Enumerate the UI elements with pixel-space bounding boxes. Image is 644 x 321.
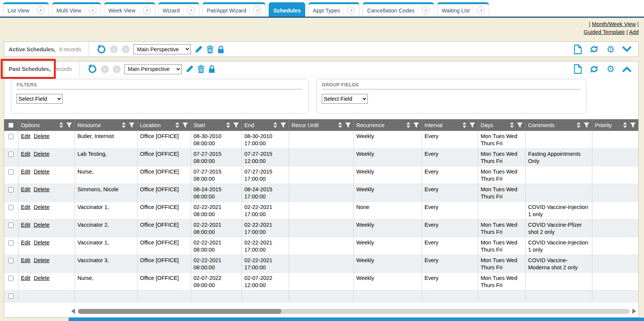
- delete-link[interactable]: Delete: [34, 257, 50, 263]
- lock-icon[interactable]: [217, 45, 224, 54]
- new-document-icon[interactable]: [574, 64, 582, 74]
- column-header-interval[interactable]: Interval: [422, 119, 478, 131]
- delete-link[interactable]: Delete: [34, 169, 50, 175]
- column-header-recur-until[interactable]: Recur Until: [289, 119, 353, 131]
- month-week-view-link[interactable]: Month/Week View: [592, 21, 636, 27]
- delete-link[interactable]: Delete: [34, 151, 50, 157]
- tab-wizard[interactable]: Wizard↗: [158, 2, 199, 17]
- collapse-chevron-up-icon[interactable]: [622, 66, 632, 72]
- delete-perspective-icon[interactable]: [207, 45, 214, 54]
- column-header-comments[interactable]: Comments: [525, 119, 592, 131]
- sort-icon[interactable]: [273, 122, 277, 128]
- column-header-priority[interactable]: Priority: [592, 119, 638, 131]
- delete-link[interactable]: Delete: [34, 275, 50, 281]
- sort-icon[interactable]: [510, 122, 514, 128]
- filter-funnel-icon[interactable]: [630, 123, 636, 128]
- filter-funnel-icon[interactable]: [233, 123, 239, 128]
- filter-funnel-icon[interactable]: [66, 123, 72, 128]
- select-all-checkbox[interactable]: [8, 123, 14, 128]
- sort-icon[interactable]: [338, 122, 342, 128]
- add-link[interactable]: Add: [629, 29, 639, 35]
- row-checkbox[interactable]: [8, 240, 14, 246]
- tab-week-view[interactable]: Week View↗: [104, 2, 155, 17]
- sort-icon[interactable]: [175, 122, 179, 128]
- refresh-icon[interactable]: [589, 65, 599, 74]
- edit-perspective-icon[interactable]: [194, 45, 203, 54]
- edit-link[interactable]: Edit: [21, 275, 31, 281]
- group-fields-select-field[interactable]: Select Field: [322, 94, 368, 104]
- forward-icon[interactable]: ›: [113, 65, 121, 73]
- column-header-resource[interactable]: Resource: [75, 119, 137, 131]
- select-all-header[interactable]: [4, 119, 18, 131]
- tab-appt-types[interactable]: Appt Types↗: [308, 2, 359, 17]
- external-link-icon[interactable]: ↗: [477, 6, 485, 14]
- external-link-icon[interactable]: ↗: [253, 6, 261, 14]
- tab-schedules[interactable]: Schedules: [269, 2, 305, 17]
- column-header-location[interactable]: Location: [137, 119, 191, 131]
- refresh-icon[interactable]: [589, 45, 599, 54]
- edit-link[interactable]: Edit: [21, 186, 31, 192]
- undo-icon[interactable]: [87, 64, 97, 74]
- sort-icon[interactable]: [122, 122, 126, 128]
- perspective-select[interactable]: Main Perspective: [124, 64, 182, 74]
- delete-link[interactable]: Delete: [34, 240, 50, 246]
- scrollbar-track[interactable]: [78, 309, 630, 314]
- filter-funnel-icon[interactable]: [182, 123, 188, 128]
- delete-link[interactable]: Delete: [34, 186, 50, 192]
- settings-gear-icon[interactable]: ⚙: [606, 45, 615, 54]
- filter-funnel-icon[interactable]: [517, 123, 523, 128]
- row-checkbox[interactable]: [8, 276, 14, 281]
- sort-icon[interactable]: [623, 122, 627, 128]
- edit-link[interactable]: Edit: [21, 204, 31, 210]
- edit-link[interactable]: Edit: [21, 133, 31, 139]
- edit-link[interactable]: Edit: [21, 240, 31, 246]
- filter-funnel-icon[interactable]: [413, 123, 419, 128]
- tab-pat-appt-wizard[interactable]: Pat/Appt Wizard↗: [202, 2, 266, 17]
- column-header-options[interactable]: Options: [18, 119, 75, 131]
- filters-select-field[interactable]: Select Field: [17, 94, 63, 104]
- sort-icon[interactable]: [577, 122, 581, 128]
- delete-link[interactable]: Delete: [34, 204, 50, 210]
- tab-multi-view[interactable]: Multi View↗: [52, 2, 101, 17]
- tab-waiting-list[interactable]: Waiting List↗: [437, 2, 489, 17]
- settings-gear-icon[interactable]: ⚙: [606, 65, 615, 74]
- sort-icon[interactable]: [59, 122, 63, 128]
- external-link-icon[interactable]: ↗: [347, 6, 355, 14]
- column-header-start[interactable]: Start: [191, 119, 242, 131]
- guided-template-link[interactable]: Guided Template: [584, 29, 625, 35]
- scroll-left-icon[interactable]: [71, 309, 75, 314]
- column-header-days[interactable]: Days: [478, 119, 525, 131]
- tab-list-view[interactable]: List View↗: [3, 2, 49, 17]
- row-checkbox[interactable]: [8, 187, 14, 192]
- perspective-select[interactable]: Main Perspective: [133, 44, 191, 54]
- forward-icon[interactable]: ›: [122, 45, 130, 53]
- delete-perspective-icon[interactable]: [197, 65, 205, 73]
- edit-perspective-icon[interactable]: [185, 65, 194, 73]
- back-icon[interactable]: ‹: [110, 45, 118, 53]
- scroll-right-icon[interactable]: [632, 309, 636, 314]
- row-checkbox[interactable]: [8, 258, 14, 263]
- external-link-icon[interactable]: ↗: [143, 6, 151, 14]
- row-checkbox[interactable]: [8, 205, 14, 210]
- collapse-chevron-down-icon[interactable]: [622, 46, 632, 52]
- tab-cancellation-codes[interactable]: Cancellation Codes↗: [363, 2, 434, 17]
- row-checkbox[interactable]: [8, 293, 14, 299]
- sort-icon[interactable]: [462, 122, 467, 128]
- filter-funnel-icon[interactable]: [584, 123, 589, 128]
- external-link-icon[interactable]: ↗: [422, 6, 430, 14]
- back-icon[interactable]: ‹: [101, 65, 109, 73]
- scrollbar-thumb[interactable]: [78, 309, 281, 314]
- edit-link[interactable]: Edit: [21, 222, 31, 228]
- row-checkbox[interactable]: [8, 134, 14, 139]
- external-link-icon[interactable]: ↗: [89, 6, 96, 14]
- delete-link[interactable]: Delete: [34, 133, 50, 139]
- edit-link[interactable]: Edit: [21, 257, 31, 263]
- sort-icon[interactable]: [406, 122, 410, 128]
- edit-link[interactable]: Edit: [21, 169, 31, 175]
- row-checkbox[interactable]: [8, 223, 14, 228]
- column-header-end[interactable]: End: [242, 119, 289, 131]
- filter-funnel-icon[interactable]: [129, 123, 135, 128]
- filter-funnel-icon[interactable]: [280, 123, 286, 128]
- delete-link[interactable]: Delete: [34, 222, 50, 228]
- new-document-icon[interactable]: [574, 45, 582, 54]
